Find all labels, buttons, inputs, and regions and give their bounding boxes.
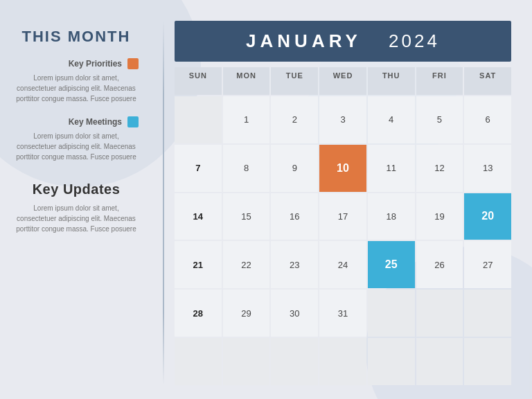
calendar-year: 2024 — [389, 30, 440, 51]
day-cell: 1 — [223, 96, 270, 143]
vertical-divider — [163, 21, 164, 385]
day-cell: 16 — [271, 193, 318, 240]
day-cell: 21 — [175, 241, 222, 288]
day-cell: 22 — [223, 241, 270, 288]
day-cell — [175, 96, 222, 143]
day-cell: 9 — [271, 145, 318, 192]
updates-description: Lorem ipsum dolor sit amet, consectetuer… — [14, 203, 139, 234]
main-container: THIS MONTH Key Priorities Lorem ipsum do… — [0, 0, 532, 399]
day-cell — [319, 338, 366, 385]
day-cell — [464, 290, 511, 337]
day-cell: 10 — [319, 145, 366, 192]
sidebar-title: THIS MONTH — [14, 28, 139, 46]
day-cell: 27 — [464, 241, 511, 288]
day-cell: 23 — [271, 241, 318, 288]
updates-title: Key Updates — [14, 181, 139, 197]
meetings-label-row: Key Meetings — [14, 116, 139, 127]
day-cell: 15 — [223, 193, 270, 240]
day-cell: 24 — [319, 241, 366, 288]
day-cell — [416, 290, 463, 337]
day-cell — [368, 338, 415, 385]
day-header-mon: MON — [223, 67, 270, 95]
day-cell: 30 — [271, 290, 318, 337]
priorities-section: Key Priorities Lorem ipsum dolor sit ame… — [14, 58, 139, 104]
meetings-section: Key Meetings Lorem ipsum dolor sit amet,… — [14, 116, 139, 162]
day-header-fri: FRI — [416, 67, 463, 95]
calendar-section: JANUARY 2024 SUNMONTUEWEDTHUFRISAT123456… — [175, 21, 511, 385]
meetings-label: Key Meetings — [69, 117, 122, 127]
day-header-tue: TUE — [271, 67, 318, 95]
day-cell: 18 — [368, 193, 415, 240]
priorities-color-box — [127, 58, 139, 69]
day-cell: 20 — [464, 193, 511, 240]
day-cell — [175, 338, 222, 385]
day-cell — [464, 338, 511, 385]
day-cell: 13 — [464, 145, 511, 192]
day-cell: 31 — [319, 290, 366, 337]
day-cell: 5 — [416, 96, 463, 143]
day-cell — [416, 338, 463, 385]
day-cell: 25 — [368, 241, 415, 288]
meetings-description: Lorem ipsum dolor sit amet, consectetuer… — [14, 131, 139, 162]
priorities-label: Key Priorities — [69, 59, 122, 69]
day-cell — [271, 338, 318, 385]
day-cell: 29 — [223, 290, 270, 337]
sidebar: THIS MONTH Key Priorities Lorem ipsum do… — [14, 21, 152, 385]
day-cell: 28 — [175, 290, 222, 337]
calendar-header: JANUARY 2024 — [175, 21, 511, 62]
day-header-thu: THU — [368, 67, 415, 95]
calendar-month: JANUARY — [246, 30, 361, 51]
day-header-sat: SAT — [464, 67, 511, 95]
day-cell: 11 — [368, 145, 415, 192]
day-cell: 14 — [175, 193, 222, 240]
priorities-description: Lorem ipsum dolor sit amet, consectetuer… — [14, 73, 139, 104]
day-cell: 2 — [271, 96, 318, 143]
day-cell: 17 — [319, 193, 366, 240]
day-cell — [368, 290, 415, 337]
day-cell — [223, 338, 270, 385]
day-cell: 3 — [319, 96, 366, 143]
calendar-grid: SUNMONTUEWEDTHUFRISAT1234567891011121314… — [175, 67, 511, 385]
day-cell: 4 — [368, 96, 415, 143]
day-header-wed: WED — [319, 67, 366, 95]
day-cell: 19 — [416, 193, 463, 240]
day-cell: 26 — [416, 241, 463, 288]
meetings-color-box — [127, 116, 139, 127]
priorities-label-row: Key Priorities — [14, 58, 139, 69]
day-cell: 8 — [223, 145, 270, 192]
updates-section: Key Updates Lorem ipsum dolor sit amet, … — [14, 181, 139, 234]
day-cell: 6 — [464, 96, 511, 143]
day-cell: 7 — [175, 145, 222, 192]
day-cell: 12 — [416, 145, 463, 192]
day-header-sun: SUN — [175, 67, 222, 95]
